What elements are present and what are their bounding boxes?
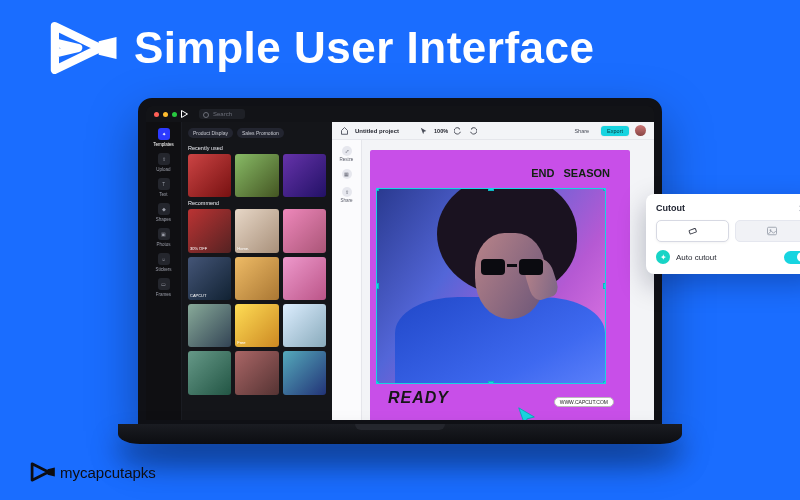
resize-handle[interactable] — [603, 283, 606, 289]
user-avatar[interactable] — [635, 125, 646, 136]
template-thumb[interactable] — [283, 351, 326, 394]
resize-handle[interactable] — [376, 381, 379, 384]
template-thumb[interactable]: Home. — [235, 209, 278, 252]
chip-product[interactable]: Product Display — [188, 128, 233, 138]
upload-icon: ⇪ — [158, 153, 170, 165]
share-tool[interactable]: ⇪Share — [338, 187, 356, 203]
search-input[interactable]: Search — [199, 109, 245, 119]
template-thumb[interactable]: Free — [235, 304, 278, 347]
section-recommend-title: Recommend — [188, 200, 326, 206]
template-thumb[interactable]: CAPCUT — [188, 257, 231, 300]
template-thumb[interactable] — [188, 304, 231, 347]
bg-tool[interactable]: ▦ — [338, 169, 356, 180]
hero-headline: Simple User Interface — [134, 23, 594, 73]
template-thumb[interactable] — [235, 257, 278, 300]
rail-photos[interactable]: ▣Photos — [151, 228, 177, 247]
canvas-toolbar: Untitled project 100% Share Export — [332, 122, 654, 140]
share-icon: ⇪ — [342, 187, 352, 197]
template-library: Product Display Sales Promotion Recently… — [182, 122, 332, 420]
home-icon[interactable] — [340, 126, 349, 135]
rail-label: Frames — [156, 292, 171, 297]
rail-shapes[interactable]: ◆Shapes — [151, 203, 177, 222]
template-thumb[interactable] — [283, 154, 326, 197]
canvas-side-tools: ⤢Resize ▦ ⇪Share — [332, 140, 362, 420]
resize-handle[interactable] — [376, 283, 379, 289]
stickers-icon: ☺ — [158, 253, 170, 265]
auto-cutout-toggle[interactable] — [784, 251, 800, 264]
rail-label: Templates — [153, 142, 174, 147]
project-title[interactable]: Untitled project — [355, 128, 399, 134]
laptop-notch — [355, 424, 445, 430]
cutout-tabs — [656, 220, 800, 242]
canvas-stage[interactable]: END SEASON — [362, 140, 654, 420]
filter-chips: Product Display Sales Promotion — [188, 128, 326, 138]
restore-tab[interactable] — [735, 220, 800, 242]
rail-label: Stickers — [155, 267, 171, 272]
url-chip: WWW.CAPCUT.COM — [554, 397, 614, 407]
rail-stickers[interactable]: ☺Stickers — [151, 253, 177, 272]
rail-upload[interactable]: ⇪Upload — [151, 153, 177, 172]
rail-label: Upload — [156, 167, 170, 172]
stool-label: Resize — [340, 157, 354, 162]
section-recent-title: Recently used — [188, 145, 326, 151]
resize-handle[interactable] — [603, 188, 606, 191]
rail-label: Photos — [156, 242, 170, 247]
image-icon — [766, 225, 778, 237]
svg-rect-0 — [688, 228, 696, 234]
hero-banner: Simple User Interface — [0, 0, 800, 84]
shapes-icon: ◆ — [158, 203, 170, 215]
undo-icon[interactable] — [453, 126, 463, 136]
window-traffic-lights[interactable] — [154, 112, 177, 117]
template-thumb[interactable] — [235, 351, 278, 394]
recommend-grid: 30% OFF Home. CAPCUT Free — [188, 209, 326, 394]
artboard[interactable]: END SEASON — [370, 150, 630, 422]
chip-sales[interactable]: Sales Promotion — [237, 128, 284, 138]
photos-icon: ▣ — [158, 228, 170, 240]
eraser-tab[interactable] — [656, 220, 729, 242]
template-thumb[interactable] — [283, 304, 326, 347]
tool-rail: ✦Templates ⇪Upload TText ◆Shapes ▣Photos… — [146, 122, 182, 420]
template-thumb[interactable] — [188, 154, 231, 197]
auto-cutout-row: ✦ Auto cutout — [656, 250, 800, 264]
zoom-tools: 100% — [419, 126, 478, 136]
laptop-mockup: Search ✦Templates ⇪Upload TText ◆Shapes … — [118, 98, 682, 468]
editor-app: Search ✦Templates ⇪Upload TText ◆Shapes … — [146, 106, 654, 420]
resize-handle[interactable] — [376, 188, 379, 191]
template-thumb[interactable] — [188, 351, 231, 394]
rail-frames[interactable]: ▭Frames — [151, 278, 177, 297]
rail-label: Shapes — [156, 217, 171, 222]
resize-tool[interactable]: ⤢Resize — [338, 146, 356, 162]
canvas-body: ⤢Resize ▦ ⇪Share END SEASON — [332, 140, 654, 420]
close-icon[interactable]: ✕ — [796, 202, 800, 214]
cutout-popup: Cutout ✕ ✦ Auto cutout — [646, 194, 800, 274]
template-thumb[interactable]: 30% OFF — [188, 209, 231, 252]
resize-icon: ⤢ — [342, 146, 352, 156]
rail-templates[interactable]: ✦Templates — [151, 128, 177, 147]
capcut-logo-icon — [50, 22, 120, 74]
frames-icon: ▭ — [158, 278, 170, 290]
recent-grid — [188, 154, 326, 197]
export-button[interactable]: Export — [601, 126, 629, 136]
watermark-text: mycapcutapks — [60, 464, 156, 481]
redo-icon[interactable] — [468, 126, 478, 136]
resize-handle[interactable] — [488, 188, 494, 191]
template-thumb[interactable] — [283, 257, 326, 300]
capcut-mini-logo-icon — [181, 109, 191, 119]
stool-label: Share — [340, 198, 352, 203]
sparkle-icon: ✦ — [656, 250, 670, 264]
templates-icon: ✦ — [158, 128, 170, 140]
template-thumb[interactable] — [283, 209, 326, 252]
pointer-tool-icon[interactable] — [419, 126, 429, 136]
share-button[interactable]: Share — [568, 126, 595, 136]
site-watermark: mycapcutapks — [30, 462, 156, 482]
eraser-icon — [687, 225, 699, 237]
rail-label: Text — [159, 192, 167, 197]
rail-text[interactable]: TText — [151, 178, 177, 197]
grid-icon: ▦ — [342, 169, 352, 179]
template-thumb[interactable] — [235, 154, 278, 197]
laptop-screen: Search ✦Templates ⇪Upload TText ◆Shapes … — [138, 98, 662, 428]
zoom-level[interactable]: 100% — [434, 128, 448, 134]
selected-photo-layer[interactable] — [376, 188, 606, 384]
auto-cutout-label: Auto cutout — [676, 253, 778, 262]
sunglasses-icon — [481, 259, 543, 277]
